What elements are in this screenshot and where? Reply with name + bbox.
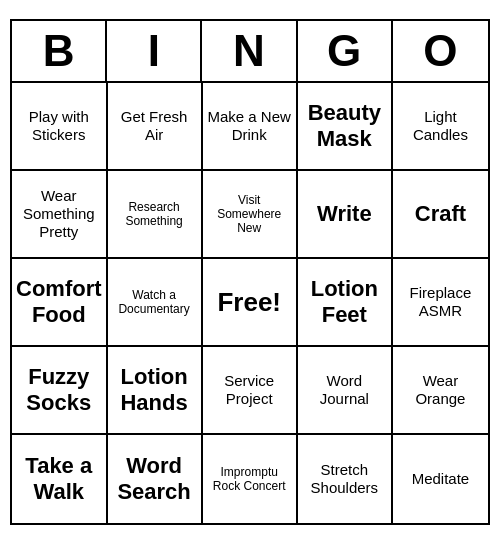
cell-text-16: Lotion Hands [112,364,197,417]
cell-text-24: Meditate [412,470,470,488]
cell-text-10: Comfort Food [16,276,102,329]
bingo-cell-13: Lotion Feet [298,259,393,347]
cell-text-17: Service Project [207,372,292,408]
cell-text-23: Stretch Shoulders [302,461,387,497]
cell-text-2: Make a New Drink [207,108,292,144]
cell-text-20: Take a Walk [16,453,102,506]
bingo-cell-10: Comfort Food [12,259,108,347]
cell-text-21: Word Search [112,453,197,506]
cell-text-12: Free! [217,287,281,318]
cell-text-14: Fireplace ASMR [397,284,484,320]
bingo-cell-0: Play with Stickers [12,83,108,171]
bingo-cell-24: Meditate [393,435,488,523]
cell-text-3: Beauty Mask [302,100,387,153]
cell-text-5: Wear Something Pretty [16,187,102,241]
bingo-cell-20: Take a Walk [12,435,108,523]
bingo-cell-9: Craft [393,171,488,259]
cell-text-19: Wear Orange [397,372,484,408]
bingo-letter-g: G [298,21,393,81]
bingo-cell-21: Word Search [108,435,203,523]
bingo-grid: Play with StickersGet Fresh AirMake a Ne… [12,83,488,523]
bingo-cell-12: Free! [203,259,298,347]
bingo-cell-15: Fuzzy Socks [12,347,108,435]
cell-text-4: Light Candles [397,108,484,144]
cell-text-8: Write [317,201,372,227]
bingo-cell-7: Visit Somewhere New [203,171,298,259]
cell-text-15: Fuzzy Socks [16,364,102,417]
cell-text-6: Research Something [112,200,197,229]
cell-text-0: Play with Stickers [16,108,102,144]
bingo-cell-18: Word Journal [298,347,393,435]
cell-text-13: Lotion Feet [302,276,387,329]
bingo-cell-16: Lotion Hands [108,347,203,435]
bingo-header: BINGO [12,21,488,83]
bingo-cell-17: Service Project [203,347,298,435]
cell-text-11: Watch a Documentary [112,288,197,317]
bingo-letter-i: I [107,21,202,81]
bingo-cell-8: Write [298,171,393,259]
bingo-cell-19: Wear Orange [393,347,488,435]
cell-text-7: Visit Somewhere New [207,193,292,236]
bingo-cell-4: Light Candles [393,83,488,171]
bingo-letter-o: O [393,21,488,81]
bingo-cell-23: Stretch Shoulders [298,435,393,523]
bingo-cell-5: Wear Something Pretty [12,171,108,259]
cell-text-18: Word Journal [302,372,387,408]
bingo-cell-2: Make a New Drink [203,83,298,171]
bingo-cell-11: Watch a Documentary [108,259,203,347]
cell-text-9: Craft [415,201,466,227]
bingo-cell-14: Fireplace ASMR [393,259,488,347]
cell-text-1: Get Fresh Air [112,108,197,144]
bingo-cell-1: Get Fresh Air [108,83,203,171]
bingo-cell-22: Impromptu Rock Concert [203,435,298,523]
bingo-cell-3: Beauty Mask [298,83,393,171]
bingo-letter-n: N [202,21,297,81]
cell-text-22: Impromptu Rock Concert [207,465,292,494]
bingo-card: BINGO Play with StickersGet Fresh AirMak… [10,19,490,525]
bingo-letter-b: B [12,21,107,81]
bingo-cell-6: Research Something [108,171,203,259]
